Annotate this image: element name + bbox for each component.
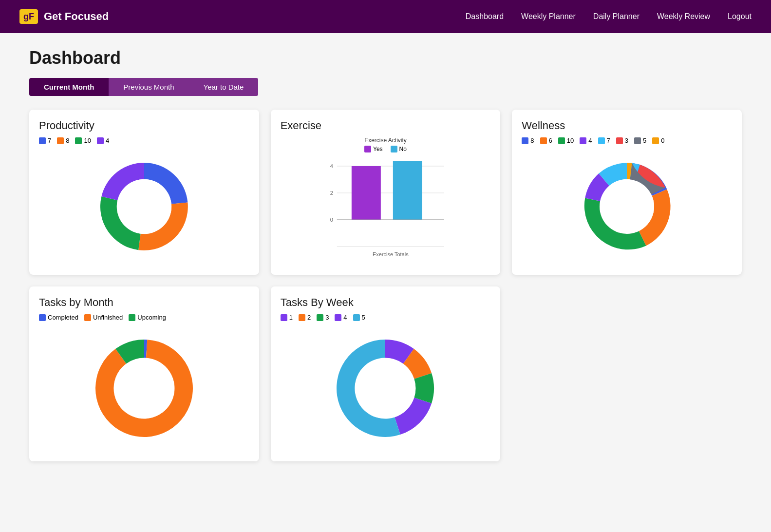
main-content: Dashboard Current Month Previous Month Y… [0,33,771,532]
svg-point-0 [117,179,171,234]
svg-point-12 [600,179,654,234]
exercise-yes-label: Yes [373,146,383,152]
svg-point-13 [114,358,174,418]
legend-item-4: 4 [97,137,109,144]
wl-color-8 [652,137,659,144]
tasks-by-month-card: Tasks by Month Completed Unfinished Upco… [29,286,259,461]
exercise-no-color [391,146,397,152]
tab-current-month[interactable]: Current Month [29,78,109,96]
legend-color-1 [39,137,46,144]
wellness-title: Wellness [522,119,565,132]
nav-dashboard[interactable]: Dashboard [466,12,504,21]
svg-rect-8 [351,166,380,220]
tbw-legend-5: 5 [353,314,365,321]
tbw-label-1: 1 [289,314,293,321]
tasks-by-week-card: Tasks By Week 1 2 3 4 [271,286,501,461]
header: gF Get Focused Dashboard Weekly Planner … [0,0,771,33]
tbw-color-3 [317,314,323,321]
svg-text:Exercise Totals: Exercise Totals [373,251,409,257]
nav-weekly-review[interactable]: Weekly Review [657,12,710,21]
legend-item-2: 8 [57,137,69,144]
tbw-legend-1: 1 [281,314,293,321]
wl-color-6 [616,137,623,144]
tasks-by-week-legend: 1 2 3 4 5 [281,314,365,321]
wl-5: 7 [598,137,610,144]
productivity-card: Productivity 7 8 10 4 [29,110,259,275]
tbw-label-2: 2 [307,314,311,321]
productivity-legend: 7 8 10 4 [39,137,109,144]
exercise-chart: Exercise Activity Yes No [281,137,491,260]
wl-label-5: 7 [607,137,610,144]
legend-label-1: 7 [48,137,51,144]
wellness-chart [522,148,732,265]
exercise-legend: Yes No [281,146,491,152]
wl-4: 4 [580,137,592,144]
page-title: Dashboard [29,48,742,68]
tbw-color-4 [335,314,341,321]
tbm-label-1: Completed [48,314,78,321]
wl-color-3 [558,137,565,144]
wl-label-4: 4 [588,137,592,144]
legend-color-2 [57,137,64,144]
tasks-by-week-chart [281,325,491,452]
main-nav: Dashboard Weekly Planner Daily Planner W… [466,12,752,21]
tbm-label-3: Upcoming [137,314,166,321]
tasks-by-month-title: Tasks by Month [39,296,113,309]
wl-6: 3 [616,137,628,144]
tasks-by-month-chart [39,325,249,452]
tbm-color-1 [39,314,46,321]
productivity-chart [39,148,249,265]
tbm-legend-3: Upcoming [129,314,166,321]
exercise-card: Exercise Exercise Activity Yes No [271,110,501,275]
nav-weekly-planner[interactable]: Weekly Planner [521,12,576,21]
exercise-legend-yes: Yes [364,146,383,152]
legend-label-4: 4 [106,137,109,144]
wl-color-1 [522,137,528,144]
svg-text:2: 2 [330,190,333,196]
tbw-legend-4: 4 [335,314,347,321]
wellness-legend: 8 6 10 4 7 [522,137,664,144]
wl-color-7 [634,137,641,144]
wl-label-1: 8 [530,137,534,144]
logo-icon: gF [19,9,38,24]
tbw-legend-2: 2 [299,314,311,321]
wl-color-2 [540,137,547,144]
wellness-card: Wellness 8 6 10 4 [512,110,742,275]
svg-rect-9 [393,161,422,220]
exercise-legend-no: No [391,146,407,152]
wl-3: 10 [558,137,574,144]
legend-label-2: 8 [66,137,69,144]
tbm-color-3 [129,314,135,321]
tbw-label-3: 3 [325,314,329,321]
exercise-bar-svg: 4 2 0 Exercise Totals [281,156,491,259]
wl-label-6: 3 [625,137,628,144]
tbw-color-5 [353,314,360,321]
wl-label-7: 5 [643,137,646,144]
tbm-color-2 [84,314,91,321]
legend-color-3 [75,137,82,144]
tab-previous-month[interactable]: Previous Month [109,78,188,96]
wl-color-5 [598,137,605,144]
productivity-title: Productivity [39,119,94,132]
tbm-legend-2: Unfinished [84,314,123,321]
top-cards-grid: Productivity 7 8 10 4 [29,110,742,275]
wl-8: 0 [652,137,664,144]
legend-item-3: 10 [75,137,91,144]
nav-logout[interactable]: Logout [728,12,752,21]
legend-item-1: 7 [39,137,51,144]
exercise-yes-color [364,146,371,152]
wl-7: 5 [634,137,646,144]
period-tabs: Current Month Previous Month Year to Dat… [29,78,258,96]
wl-label-2: 6 [549,137,552,144]
tasks-by-month-legend: Completed Unfinished Upcoming [39,314,166,321]
legend-label-3: 10 [84,137,91,144]
bottom-cards-grid: Tasks by Month Completed Unfinished Upco… [29,286,742,461]
tab-year-to-date[interactable]: Year to Date [189,78,259,96]
wl-2: 6 [540,137,552,144]
tbw-label-5: 5 [362,314,365,321]
nav-daily-planner[interactable]: Daily Planner [593,12,639,21]
tbm-label-2: Unfinished [93,314,123,321]
wl-label-3: 10 [567,137,574,144]
wl-1: 8 [522,137,534,144]
tbw-color-1 [281,314,287,321]
